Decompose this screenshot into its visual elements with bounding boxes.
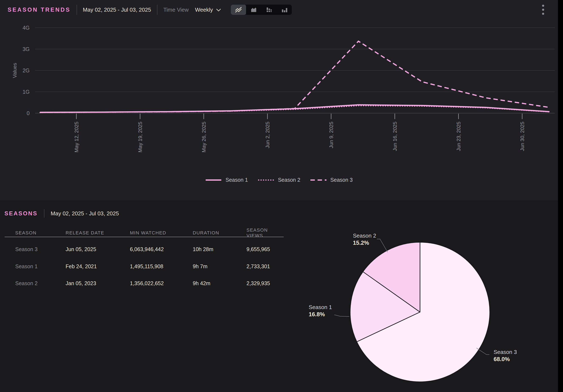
pie-label-name: Season 1	[309, 303, 332, 311]
season-trends-line-chart: Values 01G2G3G4G May 12, 2025May 19, 202…	[0, 0, 558, 200]
svg-text:4G: 4G	[23, 25, 30, 31]
stacked-bar-chart-icon	[266, 6, 272, 13]
legend-item-season-2[interactable]: Season 2	[258, 177, 300, 183]
time-view-label: Time View	[163, 7, 189, 13]
pie-slices	[350, 242, 490, 382]
pie-connector-season-2	[377, 239, 388, 252]
svg-text:Jun 16, 2025: Jun 16, 2025	[392, 122, 398, 151]
pie-label-season-1: Season 1 16.8%	[309, 303, 332, 318]
legend-label: Season 2	[278, 177, 300, 183]
pie-label-pct: 68.0%	[494, 356, 517, 363]
chart-type-stacked-bar-button[interactable]	[261, 5, 277, 15]
chart-type-toggle-group	[231, 5, 292, 15]
page-title: SEASON TRENDS	[8, 7, 71, 13]
svg-text:May 12, 2025: May 12, 2025	[74, 122, 79, 152]
right-edge-strip	[558, 0, 563, 392]
legend-label: Season 1	[226, 177, 248, 183]
svg-text:3G: 3G	[23, 46, 30, 52]
pie-label-season-2: Season 2 15.2%	[353, 232, 376, 246]
line-chart-icon	[235, 6, 242, 13]
analytics-dashboard: Values 01G2G3G4G May 12, 2025May 19, 202…	[0, 0, 563, 392]
legend-label: Season 3	[330, 177, 353, 183]
kebab-menu-icon	[542, 4, 544, 15]
svg-text:Jun 23, 2025: Jun 23, 2025	[456, 122, 461, 151]
svg-text:1G: 1G	[23, 89, 30, 95]
legend-item-season-3[interactable]: Season 3	[310, 177, 353, 183]
chart-type-area-button[interactable]	[246, 5, 261, 15]
pie-label-pct: 15.2%	[353, 239, 376, 246]
svg-text:May 26, 2025: May 26, 2025	[201, 122, 207, 152]
svg-text:Jun 9, 2025: Jun 9, 2025	[328, 122, 334, 148]
pie-connector-season-1	[334, 315, 349, 316]
divider	[157, 5, 157, 15]
seasons-panel: SEASONS May 02, 2025 - Jul 03, 2025 SEAS…	[0, 200, 558, 392]
pie-label-name: Season 3	[494, 348, 517, 356]
legend-item-season-1[interactable]: Season 1	[205, 177, 248, 183]
pie-label-pct: 16.8%	[309, 311, 332, 318]
chart-series	[40, 41, 550, 113]
pie-label-season-3: Season 3 68.0%	[494, 348, 517, 363]
y-axis-title: Values	[12, 63, 18, 78]
chevron-down-icon	[216, 9, 221, 12]
area-chart-icon	[250, 6, 257, 13]
chart-type-bar-button[interactable]	[277, 5, 292, 15]
svg-text:2G: 2G	[23, 67, 30, 73]
time-view-value: Weekly	[195, 7, 213, 13]
legend-solid-line-swatch	[205, 178, 222, 181]
svg-text:Jun 30, 2025: Jun 30, 2025	[519, 122, 525, 151]
divider	[77, 5, 77, 15]
series-line-season-3	[40, 41, 550, 113]
chart-type-line-button[interactable]	[231, 5, 246, 15]
trends-date-range: May 02, 2025 - Jul 03, 2025	[83, 7, 151, 13]
y-axis: 01G2G3G4G	[23, 25, 555, 116]
chart-legend: Season 1 Season 2 Season 3	[0, 177, 558, 183]
svg-text:0: 0	[27, 110, 30, 116]
svg-text:May 19, 2025: May 19, 2025	[137, 122, 143, 152]
legend-dashed-line-swatch	[310, 178, 326, 181]
trends-header: SEASON TRENDS May 02, 2025 - Jul 03, 202…	[0, 0, 558, 19]
season-trends-panel: Values 01G2G3G4G May 12, 2025May 19, 202…	[0, 0, 558, 200]
panel-menu-button[interactable]	[539, 3, 547, 16]
legend-dotted-line-swatch	[258, 178, 274, 181]
x-axis: May 12, 2025May 19, 2025May 26, 2025Jun …	[74, 114, 525, 152]
bar-chart-icon	[281, 6, 288, 13]
time-view-select[interactable]: Weekly	[195, 7, 221, 13]
pie-label-name: Season 2	[353, 232, 376, 239]
svg-text:Jun 2, 2025: Jun 2, 2025	[265, 122, 270, 148]
season-views-pie-chart	[0, 200, 558, 392]
